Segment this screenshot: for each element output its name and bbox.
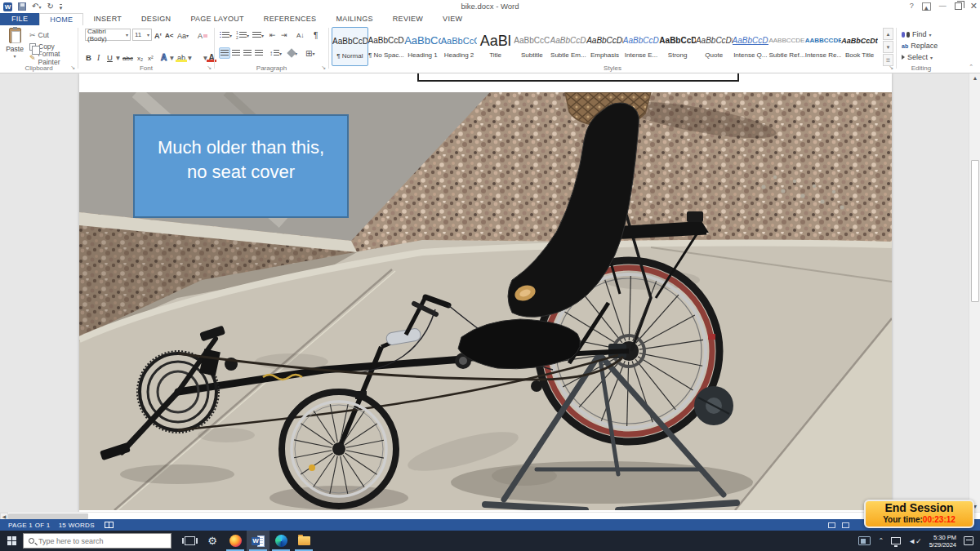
speaker-icon[interactable]: ◄✓: [908, 537, 921, 545]
redo-button[interactable]: ↻: [47, 1, 53, 12]
style-subtitle[interactable]: AaBbCcCSubtitle: [514, 27, 550, 66]
line-spacing-button[interactable]: ↕▾: [269, 47, 283, 59]
end-session-title[interactable]: End Session: [866, 501, 973, 515]
paragraph-dialog-launcher[interactable]: ↘: [321, 64, 326, 71]
sort-button[interactable]: A↓: [296, 29, 305, 41]
page-indicator[interactable]: PAGE 1 OF 1: [8, 522, 51, 529]
styles-dialog-launcher[interactable]: ↘: [889, 64, 893, 71]
select-button[interactable]: Select▾: [902, 51, 938, 63]
style-heading-2[interactable]: AaBbCcCHeading 2: [441, 27, 478, 66]
firefox-taskbar-button[interactable]: [224, 531, 247, 551]
document-page[interactable]: Much older than this, no seat cover: [79, 73, 892, 512]
styles-scroll-down-button[interactable]: ▼: [883, 41, 893, 53]
tab-home[interactable]: HOME: [39, 13, 83, 25]
style-normal[interactable]: AaBbCcDc¶ Normal: [332, 27, 368, 66]
settings-taskbar-button[interactable]: ⚙: [201, 531, 224, 551]
read-mode-icon[interactable]: [828, 522, 835, 528]
save-icon[interactable]: [18, 2, 26, 11]
subscript-button[interactable]: x₂: [136, 49, 145, 62]
font-dialog-launcher[interactable]: ↘: [207, 64, 212, 71]
tray-app-icon[interactable]: [858, 536, 871, 545]
scroll-up-arrow[interactable]: ▲: [969, 73, 980, 83]
tab-mailings[interactable]: MAILINGS: [326, 13, 382, 25]
justify-button[interactable]: [254, 47, 264, 59]
decrease-indent-button[interactable]: ⇤: [269, 29, 277, 41]
font-size-select[interactable]: 11▾: [132, 29, 152, 41]
multilevel-list-button[interactable]: ▾: [252, 29, 265, 41]
tab-insert[interactable]: INSERT: [83, 13, 131, 25]
find-button[interactable]: Find▾: [902, 29, 938, 40]
font-color-dropdown[interactable]: ▾: [202, 49, 209, 62]
hidden-icons-chevron[interactable]: ⌃: [878, 537, 884, 544]
style-intense-q[interactable]: AaBbCcDtIntense Q...: [733, 27, 769, 66]
style-intense-e[interactable]: AaBbCcDtIntense E...: [623, 27, 660, 66]
word-count[interactable]: 15 WORDS: [59, 522, 95, 529]
font-name-select[interactable]: Calibri (Body)▾: [85, 29, 131, 41]
tab-references[interactable]: REFERENCES: [254, 13, 327, 25]
style-heading-1[interactable]: AaBbCcHeading 1: [404, 27, 441, 66]
style-intense-re[interactable]: AABBCCDEIntense Re...: [805, 27, 842, 66]
ribbon-display-options-button[interactable]: ▲: [922, 2, 931, 11]
highlight-button[interactable]: ab: [176, 49, 187, 62]
file-explorer-taskbar-button[interactable]: [292, 531, 315, 551]
tab-page-layout[interactable]: PAGE LAYOUT: [180, 13, 253, 25]
task-view-button[interactable]: [178, 531, 201, 551]
paste-button[interactable]: Paste ▾: [2, 28, 27, 69]
shading-button[interactable]: ▾: [287, 47, 298, 59]
minimize-button[interactable]: —: [939, 1, 947, 11]
style-no-spac[interactable]: AaBbCcDc¶ No Spac...: [368, 27, 405, 66]
bike-photo[interactable]: Much older than this, no seat cover: [79, 92, 892, 510]
edge-taskbar-button[interactable]: [270, 531, 292, 551]
cut-button[interactable]: ✂Cut: [29, 29, 78, 41]
text-effects-button[interactable]: A: [159, 49, 168, 62]
network-icon[interactable]: [891, 537, 901, 544]
style-quote[interactable]: AaBbCcDtQuote: [696, 27, 733, 66]
action-center-icon[interactable]: [964, 536, 973, 545]
style-title[interactable]: AaBlTitle: [477, 27, 514, 66]
start-button[interactable]: [0, 531, 23, 551]
style-strong[interactable]: AaBbCcDcStrong: [659, 27, 696, 66]
tab-view[interactable]: VIEW: [433, 13, 472, 25]
horizontal-scrollbar[interactable]: ◀: [0, 512, 980, 519]
word-taskbar-button[interactable]: W: [247, 531, 270, 551]
change-case-button[interactable]: Aa▾: [177, 29, 189, 42]
superscript-button[interactable]: x²: [146, 49, 155, 62]
callout-textbox[interactable]: Much older than this, no seat cover: [133, 114, 349, 218]
align-center-button[interactable]: [231, 47, 241, 59]
customize-qat-button[interactable]: ▾: [60, 4, 63, 11]
end-session-overlay[interactable]: End Session Your time:00:23:12: [864, 500, 974, 528]
taskbar-clock[interactable]: 5:30 PM 5/29/2024: [929, 534, 956, 549]
tab-review[interactable]: REVIEW: [383, 13, 433, 25]
tab-file[interactable]: FILE: [0, 13, 39, 25]
bold-button[interactable]: B: [84, 49, 93, 62]
restore-button[interactable]: [955, 2, 962, 10]
numbering-button[interactable]: 12▾: [235, 29, 250, 41]
style-subtle-em[interactable]: AaBbCcDtSubtle Em...: [550, 27, 587, 66]
close-button[interactable]: ✕: [970, 1, 978, 11]
style-book-title[interactable]: AaBbCcDtBook Title: [841, 27, 878, 66]
italic-button[interactable]: I: [96, 49, 101, 62]
help-button[interactable]: ?: [910, 1, 914, 11]
tab-design[interactable]: DESIGN: [131, 13, 180, 25]
print-layout-icon[interactable]: [842, 522, 849, 528]
style-emphasis[interactable]: AaBbCcDtEmphasis: [586, 27, 623, 66]
vertical-scrollbar[interactable]: ▲ ▼: [969, 73, 980, 512]
replace-button[interactable]: abReplace: [902, 40, 938, 51]
text-effects-dropdown[interactable]: ▾: [168, 49, 176, 62]
borders-button[interactable]: ⊞▾: [305, 47, 315, 59]
collapse-ribbon-button[interactable]: ⌃: [969, 64, 973, 70]
taskbar-search[interactable]: [23, 533, 172, 549]
vertical-scroll-thumb[interactable]: [971, 160, 979, 302]
clear-formatting-button[interactable]: A: [198, 29, 207, 42]
undo-button[interactable]: ↶▾: [32, 1, 41, 13]
proofing-icon[interactable]: [105, 522, 114, 528]
show-hide-pilcrow-button[interactable]: ¶: [313, 29, 318, 41]
shrink-font-button[interactable]: A˂: [165, 29, 173, 42]
increase-indent-button[interactable]: ⇥: [280, 29, 288, 41]
highlight-dropdown[interactable]: ▾: [186, 49, 194, 62]
style-subtle-ref[interactable]: AABBCCDESubtle Ref...: [768, 27, 805, 66]
grow-font-button[interactable]: Aʽ: [154, 29, 162, 42]
horizontal-scroll-thumb[interactable]: [8, 513, 88, 519]
align-left-button[interactable]: [219, 47, 230, 59]
clipboard-dialog-launcher[interactable]: ↘: [70, 64, 75, 71]
